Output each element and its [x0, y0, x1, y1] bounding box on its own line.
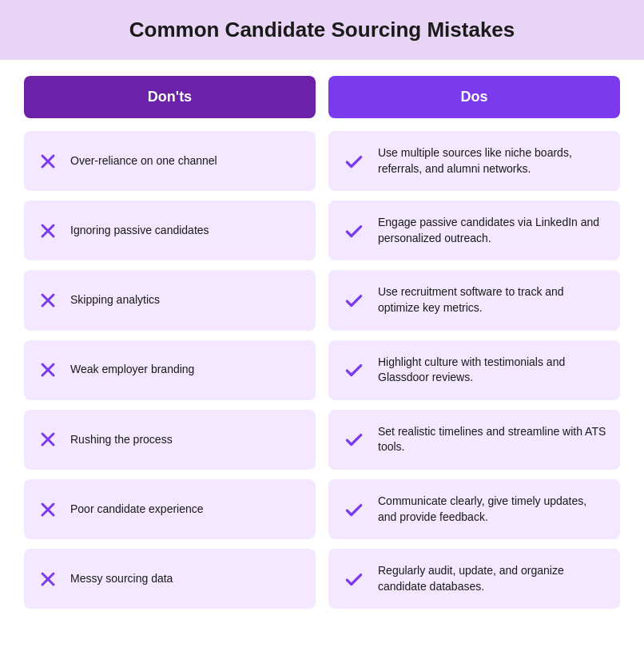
- x-icon: [37, 359, 59, 381]
- dont-card: Rushing the process: [24, 410, 316, 470]
- x-icon: [37, 568, 59, 590]
- check-icon: [341, 149, 367, 174]
- check-icon: [341, 566, 367, 592]
- do-card: Highlight culture with testimonials and …: [328, 340, 620, 400]
- do-text: Communicate clearly, give timely updates…: [378, 494, 607, 525]
- dont-text: Over-reliance on one channel: [70, 153, 217, 169]
- dont-text: Poor candidate experience: [70, 502, 204, 518]
- do-card: Communicate clearly, give timely updates…: [328, 479, 620, 539]
- columns-header: Don'ts Dos: [24, 76, 620, 118]
- check-icon: [341, 497, 367, 522]
- dont-card: Over-reliance on one channel: [24, 131, 316, 191]
- do-text: Highlight culture with testimonials and …: [378, 355, 607, 386]
- dont-card: Messy sourcing data: [24, 549, 316, 609]
- dont-text: Weak employer branding: [70, 362, 194, 378]
- dos-header: Dos: [328, 76, 620, 118]
- row-pair: Messy sourcing data Regularly audit, upd…: [24, 549, 620, 609]
- do-text: Use multiple sources like niche boards, …: [378, 145, 607, 177]
- do-card: Use multiple sources like niche boards, …: [328, 131, 620, 191]
- do-text: Use recruitment software to track and op…: [378, 284, 607, 316]
- check-icon: [341, 218, 367, 244]
- page-title: Common Candidate Sourcing Mistakes: [16, 18, 628, 42]
- dont-card: Poor candidate experience: [24, 479, 316, 539]
- x-icon: [37, 498, 59, 521]
- do-card: Set realistic timelines and streamline w…: [328, 410, 620, 470]
- dont-card: Ignoring passive candidates: [24, 200, 316, 260]
- do-card: Engage passive candidates via LinkedIn a…: [328, 200, 620, 260]
- do-text: Engage passive candidates via LinkedIn a…: [378, 215, 607, 246]
- row-pair: Rushing the process Set realistic timeli…: [24, 410, 620, 470]
- do-text: Regularly audit, update, and organize ca…: [378, 563, 607, 594]
- rows-container: Over-reliance on one channel Use multipl…: [24, 131, 620, 609]
- row-pair: Over-reliance on one channel Use multipl…: [24, 131, 620, 191]
- dont-text: Messy sourcing data: [70, 571, 173, 587]
- x-icon: [37, 220, 59, 242]
- dont-text: Ignoring passive candidates: [70, 223, 209, 239]
- dont-text: Rushing the process: [70, 432, 173, 448]
- row-pair: Ignoring passive candidates Engage passi…: [24, 200, 620, 260]
- main-content: Don'ts Dos Over-reliance on one channel: [0, 60, 644, 625]
- row-pair: Poor candidate experience Communicate cl…: [24, 479, 620, 539]
- check-icon: [341, 288, 367, 313]
- header-section: Common Candidate Sourcing Mistakes: [0, 0, 644, 60]
- do-text: Set realistic timelines and streamline w…: [378, 424, 607, 455]
- donts-header: Don'ts: [24, 76, 316, 118]
- do-card: Regularly audit, update, and organize ca…: [328, 549, 620, 609]
- check-icon: [341, 427, 367, 452]
- do-card: Use recruitment software to track and op…: [328, 270, 620, 330]
- row-pair: Weak employer branding Highlight culture…: [24, 340, 620, 400]
- dont-card: Weak employer branding: [24, 340, 316, 400]
- dont-card: Skipping analytics: [24, 270, 316, 330]
- row-pair: Skipping analytics Use recruitment softw…: [24, 270, 620, 330]
- x-icon: [37, 289, 59, 312]
- check-icon: [341, 357, 367, 383]
- x-icon: [37, 150, 59, 173]
- dont-text: Skipping analytics: [70, 292, 160, 308]
- x-icon: [37, 428, 59, 451]
